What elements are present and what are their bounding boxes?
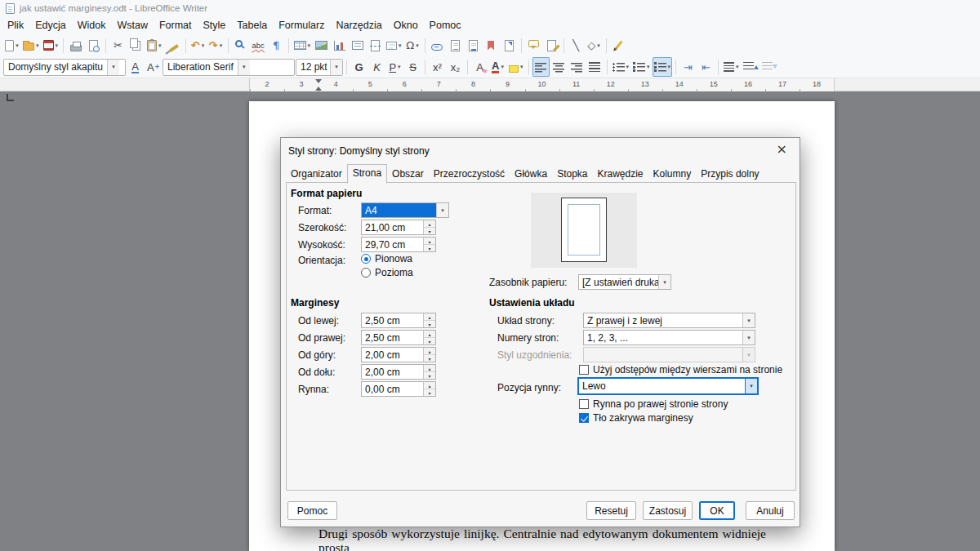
reset-button[interactable]: Resetuj xyxy=(586,501,636,520)
background-covers-margins-checkbox[interactable]: Tło zakrywa marginesy xyxy=(579,412,693,424)
tab-przypis-dolny[interactable]: Przypis dolny xyxy=(696,166,764,183)
spin-down-icon[interactable]: ▾ xyxy=(424,355,435,362)
menu-okno[interactable]: Okno xyxy=(388,18,424,33)
paragraph-style-combo[interactable]: Domyślny styl akapitu▾ xyxy=(3,59,126,76)
clear-formatting-button[interactable]: A xyxy=(471,57,488,77)
menu-style[interactable]: Style xyxy=(198,18,232,33)
spin-down-icon[interactable]: ▾ xyxy=(424,338,435,344)
width-spinner[interactable]: 21,00 cm ▴▾ xyxy=(361,220,436,235)
ordered-list-button[interactable]: ▾ xyxy=(631,57,652,77)
ruler-scale[interactable]: 2 3 4 5 6 7 8 9 10 11 12 13 14 15 16 17 … xyxy=(249,78,835,91)
menu-format[interactable]: Format xyxy=(154,18,198,33)
tab-organizator[interactable]: Organizator xyxy=(286,166,347,183)
copy-button[interactable] xyxy=(127,36,145,56)
horizontal-ruler[interactable]: 2 3 4 5 6 7 8 9 10 11 12 13 14 15 16 17 … xyxy=(0,78,980,91)
spin-up-icon[interactable]: ▴ xyxy=(424,331,435,338)
cut-button[interactable]: ✂ xyxy=(109,36,127,56)
decrease-indent-button[interactable]: ⇤ xyxy=(697,57,715,77)
chevron-down-icon[interactable]: ▾ xyxy=(238,60,250,75)
align-left-button[interactable] xyxy=(532,57,550,77)
spin-up-icon[interactable]: ▴ xyxy=(424,313,435,321)
margin-marker[interactable] xyxy=(315,79,323,91)
formatting-marks-button[interactable]: ¶ xyxy=(268,36,285,56)
tab-stop-selector[interactable] xyxy=(7,94,14,101)
spin-up-icon[interactable]: ▴ xyxy=(424,382,435,389)
open-button[interactable]: ▾ xyxy=(21,36,41,56)
unordered-list-button[interactable]: ▾ xyxy=(611,57,631,77)
document-text[interactable]: Drugi sposób wykorzystuje linijkę. Centr… xyxy=(318,527,766,551)
font-size-combo[interactable]: 12 pkt▾ xyxy=(296,59,343,76)
spin-down-icon[interactable]: ▾ xyxy=(424,372,435,379)
chevron-down-icon[interactable]: ▾ xyxy=(107,60,119,75)
page-layout-combo[interactable]: Z prawej i z lewej ▾ xyxy=(583,313,755,328)
basic-shapes-button[interactable]: ◇▾ xyxy=(586,36,603,56)
spellcheck-button[interactable]: abc xyxy=(250,36,267,56)
undo-button[interactable]: ↶▾ xyxy=(189,36,207,56)
insert-comment-button[interactable] xyxy=(525,36,542,56)
chevron-down-icon[interactable]: ▾ xyxy=(436,203,448,217)
tab-glowka[interactable]: Główka xyxy=(510,166,552,183)
bold-button[interactable]: G xyxy=(350,57,368,77)
superscript-button[interactable]: x² xyxy=(429,57,446,77)
subscript-button[interactable]: x₂ xyxy=(447,57,464,77)
redo-button[interactable]: ↷▾ xyxy=(207,36,225,56)
menu-plik[interactable]: Plik xyxy=(2,18,29,33)
tab-obszar[interactable]: Obszar xyxy=(387,166,429,183)
landscape-radio[interactable]: Pozioma xyxy=(361,267,413,278)
margin-left-spinner[interactable]: 2,50 cm ▴▾ xyxy=(361,313,436,328)
gutter-position-combo[interactable]: Lewo ▾ xyxy=(578,378,758,394)
ok-button[interactable]: OK xyxy=(699,501,735,520)
update-style-button[interactable]: A xyxy=(127,57,144,77)
spin-down-icon[interactable]: ▾ xyxy=(424,389,435,396)
insert-line-button[interactable]: ╲ xyxy=(568,36,585,56)
menu-pomoc[interactable]: Pomoc xyxy=(424,18,467,33)
insert-textbox-button[interactable] xyxy=(349,36,366,56)
close-icon[interactable]: × xyxy=(773,141,791,158)
portrait-radio[interactable]: Pionowa xyxy=(361,253,412,264)
page-numbers-combo[interactable]: 1, 2, 3, ... ▾ xyxy=(583,330,755,345)
tab-strona[interactable]: Strona xyxy=(347,164,387,184)
insert-chart-button[interactable] xyxy=(331,36,348,56)
height-spinner[interactable]: 29,70 cm ▴▾ xyxy=(361,237,436,252)
special-character-button[interactable]: Ω▾ xyxy=(404,36,421,56)
insert-image-button[interactable] xyxy=(313,36,330,56)
spin-up-icon[interactable]: ▴ xyxy=(424,365,435,372)
margin-bottom-spinner[interactable]: 2,00 cm ▴▾ xyxy=(361,364,436,380)
clone-formatting-button[interactable] xyxy=(164,36,182,56)
chevron-down-icon[interactable]: ▾ xyxy=(330,60,342,75)
tab-stopka[interactable]: Stopka xyxy=(552,166,592,183)
strikethrough-button[interactable]: S xyxy=(404,57,421,77)
gutter-right-checkbox[interactable]: Rynna po prawej stronie strony xyxy=(579,398,728,410)
chevron-down-icon[interactable]: ▾ xyxy=(742,313,755,327)
menu-wstaw[interactable]: Wstaw xyxy=(111,18,154,33)
align-center-button[interactable] xyxy=(550,57,568,77)
chevron-down-icon[interactable]: ▾ xyxy=(658,275,670,289)
new-document-button[interactable]: ▾ xyxy=(3,36,20,56)
row-spacing-checkbox[interactable]: Użyj odstępów między wierszami na stroni… xyxy=(579,364,782,375)
apply-button[interactable]: Zastosuj xyxy=(643,501,693,520)
spin-up-icon[interactable]: ▴ xyxy=(424,220,435,228)
margin-right-spinner[interactable]: 2,50 cm ▴▾ xyxy=(361,330,436,345)
highlight-color-button[interactable]: ▾ xyxy=(507,57,525,77)
spin-down-icon[interactable]: ▾ xyxy=(424,321,435,327)
tab-kolumny[interactable]: Kolumny xyxy=(648,166,697,183)
increase-indent-button[interactable]: ⇥ xyxy=(679,57,697,77)
show-draw-functions-button[interactable] xyxy=(610,36,627,56)
menu-widok[interactable]: Widok xyxy=(72,18,112,33)
font-color-button[interactable]: A▾ xyxy=(489,57,506,77)
increase-paragraph-spacing-button[interactable] xyxy=(742,57,760,77)
chevron-down-icon[interactable]: ▾ xyxy=(742,331,755,344)
paper-tray-combo[interactable]: [Z ustawień drukarki] ▾ xyxy=(578,274,671,290)
spin-up-icon[interactable]: ▴ xyxy=(424,348,435,355)
menu-edycja[interactable]: Edycja xyxy=(29,18,72,33)
line-spacing-button[interactable]: ▾ xyxy=(722,57,741,77)
insert-bookmark-button[interactable] xyxy=(483,36,500,56)
insert-table-button[interactable]: ▾ xyxy=(292,36,313,56)
tab-krawedzie[interactable]: Krawędzie xyxy=(592,166,648,183)
save-button[interactable]: ▾ xyxy=(42,36,60,56)
print-preview-button[interactable] xyxy=(85,36,102,56)
cross-reference-button[interactable] xyxy=(501,36,518,56)
new-style-button[interactable]: A+ xyxy=(145,57,162,77)
font-name-combo[interactable]: Liberation Serif▾ xyxy=(163,59,295,76)
help-button[interactable]: Pomoc xyxy=(287,501,337,520)
